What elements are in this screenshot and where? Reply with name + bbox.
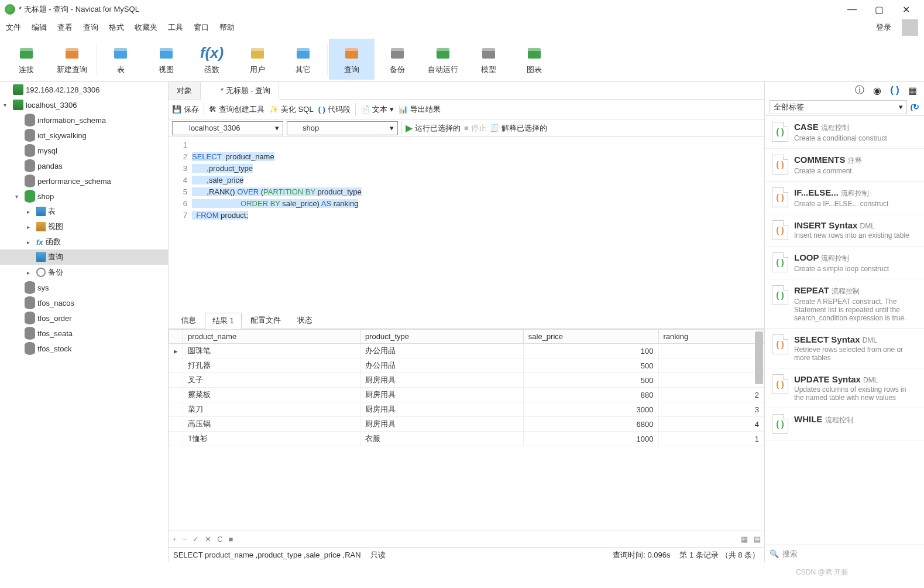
menu-query[interactable]: 查询 (83, 22, 98, 33)
toolbar-auto-icon[interactable]: 自动运行 (420, 39, 466, 80)
menu-format[interactable]: 格式 (109, 22, 124, 33)
snippet-item[interactable]: ( )COMMENTS 注释Create a comment (765, 149, 924, 182)
snippet-item[interactable]: ( )LOOP 流程控制Create a simple loop constru… (765, 247, 924, 279)
tree-node[interactable]: sys (0, 280, 168, 295)
form-view-button[interactable]: ▤ (754, 535, 761, 543)
tree-node[interactable]: ▾localhost_3306 (0, 97, 168, 112)
add-row-button[interactable]: + (172, 535, 177, 543)
toolbar-user-icon[interactable]: 用户 (235, 39, 280, 80)
snippet-item[interactable]: ( )SELECT Syntax DMLRetrieve rows select… (765, 329, 924, 368)
tree-node[interactable]: information_schema (0, 112, 168, 128)
col-header[interactable]: product_type (360, 330, 523, 344)
tree-node[interactable]: ▸备份 (0, 265, 168, 280)
refresh-snippets-button[interactable]: (↻ (911, 102, 919, 111)
tree-node[interactable]: iot_skywalking (0, 128, 168, 143)
stop-grid-button[interactable]: ■ (229, 535, 233, 543)
menu-window[interactable]: 窗口 (194, 22, 209, 33)
save-button[interactable]: 💾 保存 (172, 104, 199, 115)
explain-button[interactable]: 🧾 解释已选择的 (490, 123, 547, 134)
tree-node[interactable]: ▾shop (0, 189, 168, 204)
menu-login[interactable]: 登录 (876, 22, 891, 33)
toolbar-plug-icon[interactable]: 连接 (4, 39, 49, 80)
grid-tab-icon[interactable]: ▦ (906, 84, 918, 96)
connection-select[interactable]: localhost_3306▾ (172, 121, 283, 135)
table-row[interactable]: ▸圆珠笔办公用品1001 (169, 344, 764, 358)
tree-node[interactable]: 查询 (0, 249, 168, 265)
toolbar-other-icon[interactable]: 其它 (280, 39, 326, 80)
code-area[interactable]: SELECT product_name ,product_type ,sale_… (192, 137, 362, 313)
toolbar-model-icon[interactable]: 模型 (466, 39, 511, 80)
menu-favorites[interactable]: 收藏夹 (135, 22, 157, 33)
toolbar-view-icon[interactable]: 视图 (143, 39, 189, 80)
expander-icon[interactable]: ▸ (27, 208, 34, 215)
tab-profile[interactable]: 配置文件 (243, 312, 288, 329)
expander-icon[interactable]: ▸ (27, 224, 34, 230)
tree-node[interactable]: ▸视图 (0, 219, 168, 234)
tab-info[interactable]: 信息 (173, 312, 204, 329)
preview-tab-icon[interactable]: ◉ (871, 84, 883, 96)
sql-editor[interactable]: 1234567 SELECT product_name ,product_typ… (169, 137, 764, 313)
col-header[interactable]: ranking (658, 330, 764, 344)
beautify-sql-button[interactable]: ✨ 美化 SQL (269, 104, 314, 115)
toolbar-query-icon[interactable]: 查询 (329, 39, 375, 80)
tree-node[interactable]: mysql (0, 143, 168, 158)
snippet-search[interactable]: 🔍 搜索 (765, 545, 924, 562)
tag-filter-select[interactable]: 全部标签▾ (770, 100, 907, 114)
expander-icon[interactable]: ▸ (27, 269, 34, 276)
table-row[interactable]: 菜刀厨房用具30003 (169, 402, 764, 417)
toolbar-table-icon[interactable]: 表 (98, 39, 143, 80)
snippet-item[interactable]: ( )UPDATE Syntax DMLUpdates columns of e… (765, 368, 924, 408)
toolbar-chart-icon[interactable]: 图表 (511, 39, 557, 80)
tree-node[interactable]: 192.168.42.128_3306 (0, 82, 168, 97)
col-header[interactable]: product_name (183, 330, 360, 344)
table-row[interactable]: 打孔器办公用品5002 (169, 358, 764, 373)
tree-node[interactable]: ▸表 (0, 204, 168, 219)
tree-node[interactable]: tfos_order (0, 310, 168, 326)
snippet-tab-icon[interactable]: ( ) (889, 84, 901, 96)
maximize-button[interactable]: ▢ (865, 0, 892, 19)
menu-view[interactable]: 查看 (57, 22, 73, 33)
refresh-button[interactable]: C (217, 535, 222, 543)
user-avatar-icon[interactable] (902, 19, 918, 36)
result-grid[interactable]: product_nameproduct_typesale_pricerankin… (169, 329, 764, 531)
database-select[interactable]: shop▾ (287, 121, 398, 135)
menu-tools[interactable]: 工具 (168, 22, 183, 33)
tab-status[interactable]: 状态 (290, 312, 320, 329)
menu-file[interactable]: 文件 (6, 22, 21, 33)
table-row[interactable]: 擦菜板厨房用具8802 (169, 388, 764, 402)
col-header[interactable]: sale_price (523, 330, 658, 344)
toolbar-new-query-icon[interactable]: 新建查询 (49, 39, 95, 80)
table-row[interactable]: T恤衫衣服10001 (169, 432, 764, 446)
tab-objects[interactable]: 对象 (169, 82, 201, 99)
toolbar-function-icon[interactable]: f(x)函数 (189, 39, 235, 80)
info-tab-icon[interactable]: ⓘ (854, 84, 865, 96)
tree-node[interactable]: pandas (0, 158, 168, 173)
toolbar-backup-icon[interactable]: 备份 (375, 39, 420, 80)
menu-edit[interactable]: 编辑 (32, 22, 47, 33)
grid-view-button[interactable]: ▦ (741, 535, 748, 543)
vertical-scrollbar[interactable] (755, 331, 763, 384)
tree-node[interactable]: tfos_seata (0, 326, 168, 341)
cancel-button[interactable]: ✕ (205, 535, 211, 543)
tree-node[interactable]: tfos_stock (0, 341, 168, 356)
expander-icon[interactable]: ▾ (4, 102, 11, 108)
snippet-button[interactable]: ( ) 代码段 (318, 104, 351, 115)
query-builder-button[interactable]: 🛠 查询创建工具 (209, 104, 265, 115)
tree-node[interactable]: ▸fx函数 (0, 234, 168, 249)
commit-button[interactable]: ✓ (193, 535, 199, 543)
table-row[interactable]: 叉子厨房用具5001 (169, 373, 764, 388)
snippet-item[interactable]: ( )REPEAT 流程控制Create A REPEAT construct.… (765, 279, 924, 329)
text-button[interactable]: 📄 文本 ▾ (360, 104, 394, 115)
minimize-button[interactable]: — (839, 0, 865, 19)
export-result-button[interactable]: 📊 导出结果 (399, 104, 441, 115)
close-button[interactable]: ✕ (892, 0, 919, 19)
snippet-item[interactable]: ( )WHILE 流程控制 (765, 408, 924, 440)
stop-button[interactable]: ■ 停止 (464, 123, 486, 134)
run-selected-button[interactable]: ▶ 运行已选择的 (406, 122, 461, 134)
snippet-item[interactable]: ( )CASE 流程控制Create a conditional constru… (765, 116, 924, 149)
tree-node[interactable]: performance_schema (0, 173, 168, 189)
remove-row-button[interactable]: − (183, 535, 187, 543)
tab-result-1[interactable]: 结果 1 (205, 313, 242, 329)
snippet-item[interactable]: ( )INSERT Syntax DMLInsert new rows into… (765, 214, 924, 247)
connection-tree[interactable]: 192.168.42.128_3306▾localhost_3306inform… (0, 82, 169, 562)
